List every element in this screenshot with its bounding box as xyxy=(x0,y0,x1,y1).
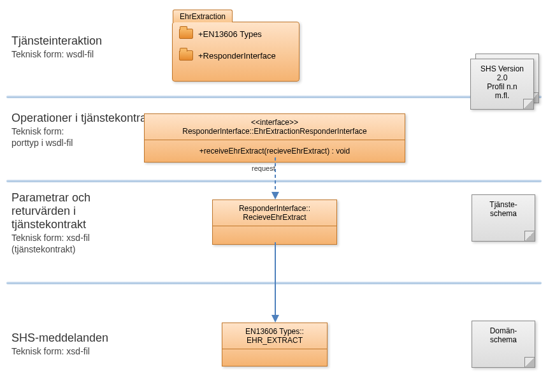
note-dschema: Domän- schema xyxy=(472,321,535,368)
note-shs-l3: Profil n.n xyxy=(475,82,530,91)
connector-request xyxy=(271,157,284,202)
section-3-label: Parametrar och returvärden i tjänstekont… xyxy=(11,191,107,254)
section-4-sub: Teknisk form: xsd-fil xyxy=(11,346,108,356)
package-tab: EhrExtraction xyxy=(173,10,233,22)
note-shs-l4: m.fl. xyxy=(475,91,530,100)
message-head: EN13606 Types:: EHR_EXTRACT xyxy=(222,323,327,349)
note-shs-l2: 2.0 xyxy=(475,73,530,82)
section-3-sub: Teknisk form: xsd-fil xyxy=(11,233,107,243)
section-2-sub2: porttyp i wsdl-fil xyxy=(11,138,155,148)
section-2-label: Operationer i tjänstekontrakt Teknisk fo… xyxy=(11,112,155,148)
note-dschema-l1: Domän- xyxy=(476,326,531,335)
package-item-1: +ResponderInterface xyxy=(173,48,299,63)
param-name-l2: RecieveEhrExtract xyxy=(219,213,330,222)
interface-classbox: <<interface>> ResponderInterface::EhrExt… xyxy=(144,113,405,163)
section-1-sub: Teknisk form: wsdl-fil xyxy=(11,49,102,59)
note-fold-icon xyxy=(524,357,535,367)
message-name-l2: EHR_EXTRACT xyxy=(229,336,321,345)
note-fold-icon xyxy=(523,99,533,109)
param-empty xyxy=(213,226,336,244)
note-tschema-l1: Tjänste- xyxy=(476,200,531,209)
svg-marker-1 xyxy=(271,192,279,200)
note-tschema: Tjänste- schema xyxy=(472,194,535,242)
section-4-label: SHS-meddelanden Teknisk form: xsd-fil xyxy=(11,331,108,356)
folder-icon xyxy=(179,29,193,39)
interface-head: <<interface>> ResponderInterface::EhrExt… xyxy=(145,114,405,140)
section-2-heading: Operationer i tjänstekontrakt xyxy=(11,112,155,125)
message-empty xyxy=(222,349,327,366)
folder-icon xyxy=(179,50,193,61)
note-shs-l1: SHS Version xyxy=(475,64,530,73)
package-box: EhrExtraction +EN13606 Types +ResponderI… xyxy=(172,22,299,82)
note-shs: SHS Version 2.0 Profil n.n m.fl. xyxy=(470,59,534,110)
section-3-sub2: (tjänstekontrakt) xyxy=(11,244,107,254)
section-1-label: Tjänsteinteraktion Teknisk form: wsdl-fi… xyxy=(11,34,102,59)
section-3-heading: Parametrar och returvärden i tjänstekont… xyxy=(11,191,107,231)
interface-name: ResponderInterface::EhrExtractionRespond… xyxy=(151,127,398,136)
section-2-sub: Teknisk form: xyxy=(11,126,155,136)
note-fold-icon xyxy=(524,231,535,241)
note-tschema-l2: schema xyxy=(476,209,531,218)
param-name-l1: ResponderInterface:: xyxy=(219,204,330,213)
interface-stereotype: <<interface>> xyxy=(151,118,398,127)
section-4-heading: SHS-meddelanden xyxy=(11,331,108,345)
section-1-heading: Tjänsteinteraktion xyxy=(11,34,102,48)
connector-message xyxy=(271,242,284,325)
note-dschema-l2: schema xyxy=(476,335,531,344)
divider-1 xyxy=(6,96,542,98)
package-item-0-label: +EN13606 Types xyxy=(198,29,262,39)
param-classbox: ResponderInterface:: RecieveEhrExtract xyxy=(212,200,337,245)
param-head: ResponderInterface:: RecieveEhrExtract xyxy=(213,200,336,226)
svg-marker-3 xyxy=(271,315,279,323)
message-name-l1: EN13606 Types:: xyxy=(229,327,321,336)
message-classbox: EN13606 Types:: EHR_EXTRACT xyxy=(222,323,328,367)
package-item-1-label: +ResponderInterface xyxy=(198,51,276,61)
package-item-0: +EN13606 Types xyxy=(173,26,299,41)
